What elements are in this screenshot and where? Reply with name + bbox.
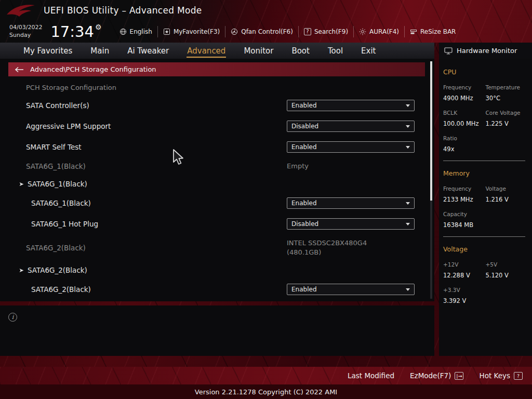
tab-exit[interactable]: Exit <box>361 44 376 58</box>
main-menu: My Favorites Main Ai Tweaker Advanced Mo… <box>0 43 434 59</box>
tab-tool[interactable]: Tool <box>327 44 343 58</box>
qfan-icon <box>231 28 238 35</box>
myfavorite-button[interactable]: MyFavorite(F3) <box>157 26 225 37</box>
expand-arrow-icon <box>19 268 24 273</box>
sata6g2-expand-row[interactable]: SATA6G_2(Black) <box>0 261 427 279</box>
hot-keys-button[interactable]: Hot Keys ? <box>479 371 523 380</box>
bottom-bar: Last Modified EzMode(F7) |→ Hot Keys ? <box>0 367 532 384</box>
smart-self-test-dropdown[interactable]: Enabled <box>287 141 415 153</box>
search-label: Search(F9) <box>314 28 348 35</box>
version-bar: Version 2.21.1278 Copyright (C) 2022 AMI <box>0 384 532 399</box>
breadcrumb: Advanced\PCH Storage Configuration <box>8 62 425 76</box>
sata6g1-status-value: Empty <box>287 162 309 171</box>
cpu-frequency: Frequency 4900 MHz <box>443 84 486 102</box>
language-label: English <box>130 28 152 35</box>
time-label: 17:34 <box>50 23 94 41</box>
sata-controllers-row: SATA Controller(s) Enabled <box>0 95 427 116</box>
myfavorite-icon <box>163 28 170 35</box>
cpu-ratio: Ratio 49x <box>443 135 488 153</box>
hwm-memory-section: Memory Frequency 2133 MHz Voltage 1.216 … <box>443 169 528 237</box>
hwm-voltage-title: Voltage <box>443 245 528 253</box>
setting-label: SATA6G_1(Black) <box>26 162 86 170</box>
myfavorite-label: MyFavorite(F3) <box>174 28 220 35</box>
sata-controllers-dropdown[interactable]: Enabled <box>287 100 415 111</box>
setting-label: SATA6G_2(Black) <box>31 285 91 294</box>
setting-label: SATA6G_1(Black) <box>31 199 91 207</box>
memory-frequency: Frequency 2133 MHz <box>443 185 486 203</box>
resize-bar-icon <box>410 28 417 35</box>
date-block: 04/03/2022 Sunday <box>9 24 42 39</box>
toolbar: English MyFavorite(F3) Qfan Control <box>114 26 461 37</box>
version-text: Version 2.21.1278 Copyright (C) 2022 AMI <box>195 388 337 396</box>
cpu-bclk: BCLK 100.00 MHz <box>443 110 486 127</box>
sata6g2-enable-dropdown[interactable]: Enabled <box>287 284 415 295</box>
sata6g2-status-row: SATA6G_2(Black) INTEL SSDSC2BX480G4 (480… <box>0 234 427 261</box>
language-button[interactable]: English <box>114 26 157 37</box>
divider <box>443 161 525 161</box>
sata6g2-status-value: INTEL SSDSC2BX480G4 (480.1GB) <box>287 238 367 257</box>
voltage-5v: +5V 5.120 V <box>486 261 528 279</box>
settings-panel: Advanced\PCH Storage Configuration PCH S… <box>0 59 434 301</box>
day-label: Sunday <box>9 32 42 39</box>
chevron-down-icon <box>406 288 410 291</box>
chevron-down-icon <box>406 146 410 149</box>
memory-capacity: Capacity 16384 MB <box>443 211 488 229</box>
tab-my-favorites[interactable]: My Favorites <box>23 44 73 58</box>
hwm-cpu-title: CPU <box>443 68 528 76</box>
info-icon: i <box>8 313 17 322</box>
setting-label: SATA6G_1 Hot Plug <box>31 220 98 228</box>
last-modified-button[interactable]: Last Modified <box>348 371 394 380</box>
tab-monitor[interactable]: Monitor <box>243 44 274 58</box>
sata6g1-expand-row[interactable]: SATA6G_1(Black) <box>0 175 427 193</box>
ezmode-button[interactable]: EzMode(F7) |→ <box>410 371 463 380</box>
search-button[interactable]: ? Search(F9) <box>298 26 353 37</box>
setting-label: Aggressive LPM Support <box>26 122 111 130</box>
header: UEFI BIOS Utility – Advanced Mode 04/03/… <box>0 0 532 43</box>
sata6g1-enable-row: SATA6G_1(Black) Enabled <box>0 193 427 214</box>
aura-icon <box>359 28 366 35</box>
hardware-monitor-panel: CPU Frequency 4900 MHz Temperature 30°C … <box>439 59 532 356</box>
cpu-temperature: Temperature 30°C <box>486 84 528 102</box>
aura-label: AURA(F4) <box>369 28 399 35</box>
scrollbar-thumb[interactable] <box>430 61 432 201</box>
cpu-core-voltage: Core Voltage 1.225 V <box>486 110 528 127</box>
sata6g1-hotplug-dropdown[interactable]: Disabled <box>287 218 415 230</box>
sata6g1-enable-dropdown[interactable]: Enabled <box>287 197 415 209</box>
aggressive-lpm-dropdown[interactable]: Disabled <box>287 121 415 132</box>
help-info-panel: i <box>0 305 434 356</box>
hwm-memory-title: Memory <box>443 169 528 177</box>
section-title: PCH Storage Configuration <box>0 79 427 95</box>
tab-advanced[interactable]: Advanced <box>187 44 226 58</box>
window-title: UEFI BIOS Utility – Advanced Mode <box>44 5 202 16</box>
setting-label: SATA6G_2(Black) <box>26 244 86 252</box>
sata6g1-status-row: SATA6G_1(Black) Empty <box>0 157 427 175</box>
voltage-3v3: +3.3V 3.392 V <box>443 287 488 304</box>
expand-arrow-icon <box>19 181 24 187</box>
clock-settings-gear-icon[interactable]: ⚙ <box>95 23 102 31</box>
sata6g1-hotplug-row: SATA6G_1 Hot Plug Disabled <box>0 214 427 234</box>
divider <box>443 236 525 237</box>
setting-label: SATA6G_1(Black) <box>28 180 87 188</box>
setting-label: SATA6G_2(Black) <box>28 266 87 274</box>
globe-icon <box>119 28 127 35</box>
search-icon: ? <box>304 28 311 35</box>
resize-bar-button[interactable]: ReSize BAR <box>404 26 461 37</box>
settings-rows: PCH Storage Configuration SATA Controlle… <box>0 79 427 300</box>
hwm-voltage-section: Voltage +12V 12.288 V +5V 5.120 V +3.3V … <box>443 245 528 304</box>
hardware-monitor-header: Hardware Monitor <box>439 43 532 59</box>
chevron-down-icon <box>406 125 410 128</box>
monitor-icon <box>444 47 453 55</box>
brand-row: UEFI BIOS Utility – Advanced Mode <box>0 0 532 21</box>
aura-button[interactable]: AURA(F4) <box>353 26 404 37</box>
tab-ai-tweaker[interactable]: Ai Tweaker <box>127 44 169 58</box>
chevron-down-icon <box>406 202 410 205</box>
qfan-control-button[interactable]: Qfan Control(F6) <box>225 26 298 37</box>
tab-boot[interactable]: Boot <box>291 44 310 58</box>
aggressive-lpm-row: Aggressive LPM Support Disabled <box>0 116 427 137</box>
breadcrumb-label: Advanced\PCH Storage Configuration <box>30 65 156 73</box>
voltage-12v: +12V 12.288 V <box>443 261 486 279</box>
tab-main[interactable]: Main <box>90 44 110 58</box>
date-label: 04/03/2022 <box>9 24 42 32</box>
memory-voltage: Voltage 1.216 V <box>486 185 528 203</box>
back-arrow-icon[interactable] <box>15 66 24 73</box>
